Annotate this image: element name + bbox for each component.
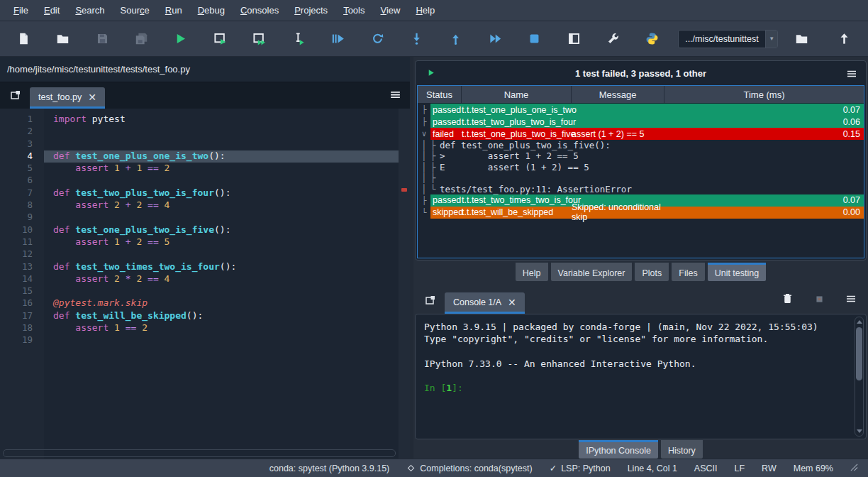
failure-detail-line: │├> assert 1 + 2 == 5 [418,150,864,161]
tree-connector: ├ [418,104,430,116]
column-message[interactable]: Message [572,86,664,103]
code-line: def test_one_plus_two_is_five(): [44,224,399,236]
lsp-status[interactable]: ✓LSP: Python [550,463,611,473]
remove-variables-trash-icon[interactable] [781,292,794,307]
menu-item-file[interactable]: File [6,2,36,18]
close-icon[interactable]: ✕ [508,297,516,307]
menu-item-projects[interactable]: Projects [286,2,335,18]
browse-tabs-icon[interactable] [422,292,439,309]
console-line: IPython 7.33.0 -- An enhanced Interactiv… [424,358,847,371]
menu-item-source[interactable]: Source [113,2,157,18]
open-file-icon[interactable] [49,26,76,52]
tab-label: test_foo.py [38,92,82,102]
python-logo-icon[interactable] [639,26,666,52]
debug-file-icon[interactable] [324,26,351,52]
error-flag [401,188,407,192]
tree-connector: └ [418,207,430,219]
preferences-wrench-icon[interactable] [599,26,626,52]
tab-history[interactable]: History [661,440,703,459]
run-tests-icon[interactable] [425,67,436,81]
restart-kernel-icon[interactable] [364,26,391,52]
parent-directory-icon[interactable] [831,26,858,52]
table-row[interactable]: ├passedt.t.test_one_plus_one_is_two0.07 [418,104,864,116]
unit-testing-options-menu-icon[interactable] [846,68,857,82]
table-row[interactable]: └skippedt.t.test_will_be_skippedSkipped:… [418,207,864,219]
code-line [44,248,399,261]
scroll-up-arrow-icon[interactable] [857,320,862,324]
cell-name: t.t.test_will_be_skipped [462,207,572,217]
new-file-icon[interactable] [10,26,37,52]
menu-item-debug[interactable]: Debug [190,2,233,18]
column-status[interactable]: Status [418,86,462,103]
working-directory-value[interactable]: .../misc/testunittest [679,31,765,48]
tab-files[interactable]: Files [672,263,704,281]
editor-options-menu-icon[interactable] [389,89,401,104]
scroll-down-arrow-icon[interactable] [857,429,862,433]
tab-console-1a[interactable]: Console 1/A ✕ [445,292,525,314]
editor-horizontal-scrollbar[interactable] [3,449,396,457]
working-directory-combobox[interactable]: .../misc/testunittest ▼ [678,30,778,48]
test-results-table[interactable]: Status Name Message Time (ms) ├passedt.t… [417,85,864,258]
resize-grip[interactable] [850,464,858,473]
menu-item-tools[interactable]: Tools [335,2,372,18]
interrupt-kernel-icon[interactable] [815,294,824,307]
line-number: 16 [0,297,44,309]
column-time[interactable]: Time (ms) [664,86,864,103]
console-tab-bar: Console 1/A ✕ [415,287,867,314]
tab-ipython-console[interactable]: IPython Console [579,440,658,459]
maximize-pane-icon[interactable] [560,26,587,52]
line-number: 18 [0,322,44,334]
save-icon[interactable] [89,26,116,52]
eol-status: LF [735,464,745,473]
run-selection-icon[interactable] [285,26,312,52]
table-row[interactable]: ├passedt.t.test_two_plus_two_is_four0.06 [418,116,864,128]
cell-time: 0.07 [664,105,864,115]
console-prompt: In [1]: [424,383,847,395]
tab-test-foo[interactable]: test_foo.py ✕ [30,87,105,109]
conda-env-status[interactable]: conda: spytest (Python 3.9.15) [269,464,390,473]
line-number: 1 [0,114,44,126]
line-number: 2 [0,126,44,138]
chevron-down-icon[interactable]: ▼ [765,31,777,48]
close-icon[interactable]: ✕ [88,92,96,102]
browse-directory-icon[interactable] [788,26,815,52]
code-line [44,138,399,150]
menu-item-view[interactable]: View [372,2,408,18]
continue-icon[interactable] [482,26,508,52]
completions-status[interactable]: Completions: conda(spytest) [406,464,532,473]
cell-status: passed [430,117,462,127]
tab-help[interactable]: Help [516,263,548,281]
run-cell-icon[interactable] [206,26,233,52]
browse-tabs-icon[interactable] [7,87,24,104]
save-all-icon[interactable] [128,26,155,52]
failure-detail-line: │├E assert (1 + 2) == 5 [418,162,864,172]
console-vertical-scrollbar[interactable] [855,317,864,437]
menu-item-run[interactable]: Run [157,2,190,18]
line-number: 11 [0,236,44,248]
stop-icon[interactable] [521,26,547,52]
column-name[interactable]: Name [462,86,572,103]
tab-plots[interactable]: Plots [635,263,669,281]
code-line: import pytest [44,114,399,126]
scrollbar-handle[interactable] [856,327,862,380]
code-editor[interactable]: 12345678910111213141516171819 import pyt… [0,109,410,459]
tab-unit-testing[interactable]: Unit testing [708,263,767,281]
step-into-icon[interactable] [403,26,430,52]
code-area: import pytestdef test_one_plus_one_is_tw… [44,109,399,459]
menu-item-consoles[interactable]: Consoles [233,2,286,18]
readwrite-status: RW [762,464,777,473]
test-summary: 1 test failed, 3 passed, 1 other [416,68,866,79]
menu-item-help[interactable]: Help [408,2,443,18]
code-line [44,285,399,297]
table-row[interactable]: ∨failedt.t.test_one_plus_two_is_fiveasse… [418,128,864,140]
ipython-console-output[interactable]: Python 3.9.15 | packaged by conda-forge … [415,314,867,439]
console-options-menu-icon[interactable] [845,293,857,307]
line-number: 6 [0,175,44,187]
step-return-icon[interactable] [443,26,469,52]
run-cell-advance-icon[interactable] [246,26,273,52]
menu-item-search[interactable]: Search [67,2,112,18]
console-bottom-tab-bar: IPython ConsoleHistory [415,440,867,459]
tab-variable-explorer[interactable]: Variable Explorer [551,263,633,281]
menu-item-edit[interactable]: Edit [36,2,67,18]
run-file-icon[interactable] [167,26,194,52]
